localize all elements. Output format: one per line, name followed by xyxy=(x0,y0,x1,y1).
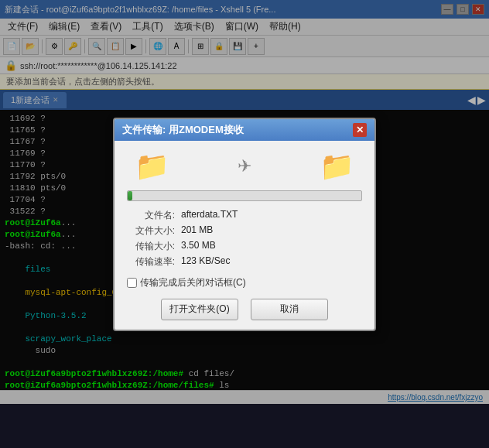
transferred-row: 传输大小: 3.50 MB xyxy=(127,240,362,253)
filename-label: 文件名: xyxy=(127,209,181,222)
dialog-title-bar: 文件传输: 用ZMODEM接收 ✕ xyxy=(115,119,374,141)
dialog-close-button[interactable]: ✕ xyxy=(353,123,367,137)
filename-value: afterdata.TXT xyxy=(181,209,238,222)
dest-folder-icon: 📁 xyxy=(320,150,354,183)
transferred-value: 3.50 MB xyxy=(181,240,216,253)
cancel-button[interactable]: 取消 xyxy=(251,299,328,320)
speed-value: 123 KB/Sec xyxy=(181,255,230,268)
folder-transfer-row: 📁 ✈ 📁 xyxy=(127,150,362,183)
file-info-table: 文件名: afterdata.TXT 文件大小: 201 MB 传输大小: 3.… xyxy=(127,209,362,268)
open-folder-button[interactable]: 打开文件夹(O) xyxy=(161,299,238,320)
progress-bar xyxy=(128,191,132,200)
progress-container xyxy=(127,190,362,201)
filesize-row: 文件大小: 201 MB xyxy=(127,224,362,238)
source-folder-icon: 📁 xyxy=(135,150,169,183)
dialog-button-row: 打开文件夹(O) 取消 xyxy=(127,299,362,320)
speed-label: 传输速率: xyxy=(127,255,181,268)
dialog-title-text: 文件传输: 用ZMODEM接收 xyxy=(122,123,244,137)
speed-row: 传输速率: 123 KB/Sec xyxy=(127,255,362,268)
modal-overlay: 文件传输: 用ZMODEM接收 ✕ 📁 ✈ 📁 文件名: afterdata.T… xyxy=(0,0,489,448)
zmodem-dialog: 文件传输: 用ZMODEM接收 ✕ 📁 ✈ 📁 文件名: afterdata.T… xyxy=(113,118,376,331)
filename-row: 文件名: afterdata.TXT xyxy=(127,209,362,222)
transfer-arrow-icon: ✈ xyxy=(238,156,251,176)
transferred-label: 传输大小: xyxy=(127,240,181,253)
filesize-label: 文件大小: xyxy=(127,224,181,238)
close-on-complete-row: 传输完成后关闭对话框(C) xyxy=(127,276,362,289)
dialog-body: 📁 ✈ 📁 文件名: afterdata.TXT 文件大小: 201 MB xyxy=(115,141,374,330)
close-on-complete-label: 传输完成后关闭对话框(C) xyxy=(140,276,246,289)
filesize-value: 201 MB xyxy=(181,224,213,238)
close-on-complete-checkbox[interactable] xyxy=(127,278,137,288)
